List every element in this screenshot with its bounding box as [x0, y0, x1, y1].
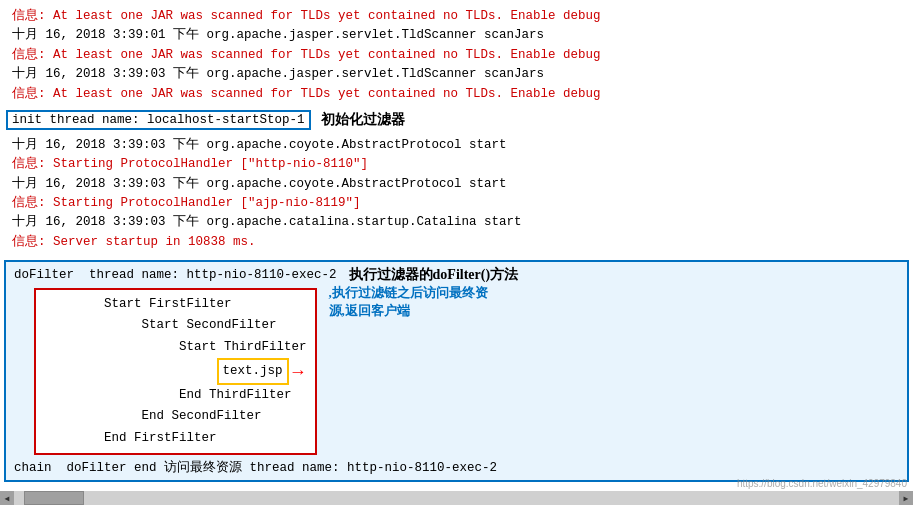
filter-start-2: Start SecondFilter	[44, 315, 307, 336]
after-init-line-6: 信息: Server startup in 10838 ms.	[12, 233, 901, 252]
text-jsp-row: text.jsp →	[44, 358, 307, 385]
filter-chain-container: Start FirstFilter Start SecondFilter Sta…	[14, 284, 317, 459]
log-line-1: 信息: At least one JAR was scanned for TLD…	[12, 7, 901, 26]
dofilter-header-text: doFilter thread name: http-nio-8110-exec…	[14, 268, 337, 282]
log-line-2: 十月 16, 2018 3:39:01 下午 org.apache.jasper…	[12, 26, 901, 45]
dofilter-header-row: doFilter thread name: http-nio-8110-exec…	[14, 266, 899, 284]
filter-chain-box: Start FirstFilter Start SecondFilter Sta…	[34, 288, 317, 455]
scrollbar-thumb[interactable]	[24, 491, 84, 505]
after-init-line-3: 十月 16, 2018 3:39:03 下午 org.apache.coyote…	[12, 175, 901, 194]
watermark: https://blog.csdn.net/weixin_42979840	[737, 478, 907, 489]
dofilter-annotation: 执行过滤器的doFilter()方法	[349, 266, 519, 284]
arrow-right-icon: →	[293, 363, 304, 381]
after-init-line-2: 信息: Starting ProtocolHandler ["http-nio-…	[12, 155, 901, 174]
dofilter-section: doFilter thread name: http-nio-8110-exec…	[4, 260, 909, 482]
filter-start-3: Start ThirdFilter	[44, 337, 307, 358]
log-line-4: 十月 16, 2018 3:39:03 下午 org.apache.jasper…	[12, 65, 901, 84]
log-area-after-init: 十月 16, 2018 3:39:03 下午 org.apache.coyote…	[6, 132, 907, 256]
filter-end-1: End ThirdFilter	[44, 385, 307, 406]
init-annotation: 初始化过滤器	[321, 111, 405, 129]
side-annotation-container: ,执行过滤链之后访问最终资源,返回客户端	[329, 284, 489, 320]
text-jsp-box: text.jsp	[217, 358, 289, 385]
log-area-top: 信息: At least one JAR was scanned for TLD…	[6, 3, 907, 108]
main-container: 信息: At least one JAR was scanned for TLD…	[0, 0, 913, 505]
scroll-left-btn[interactable]: ◀	[0, 491, 14, 505]
after-init-line-4: 信息: Starting ProtocolHandler ["ajp-nio-8…	[12, 194, 901, 213]
after-init-line-1: 十月 16, 2018 3:39:03 下午 org.apache.coyote…	[12, 136, 901, 155]
chain-end-line: chain doFilter end 访问最终资源 thread name: h…	[14, 459, 899, 476]
filter-end-3: End FirstFilter	[44, 428, 307, 449]
filter-end-2: End SecondFilter	[44, 406, 307, 427]
scrollbar[interactable]: ◀ ▶	[0, 491, 913, 505]
scrollbar-track[interactable]	[14, 491, 899, 505]
log-line-5: 信息: At least one JAR was scanned for TLD…	[12, 85, 901, 104]
init-box: init thread name: localhost-startStop-1	[6, 110, 311, 130]
filter-start-1: Start FirstFilter	[44, 294, 307, 315]
after-init-line-5: 十月 16, 2018 3:39:03 下午 org.apache.catali…	[12, 213, 901, 232]
scroll-right-btn[interactable]: ▶	[899, 491, 913, 505]
side-annotation-text: ,执行过滤链之后访问最终资源,返回客户端	[329, 284, 489, 320]
top-log-section: 信息: At least one JAR was scanned for TLD…	[0, 0, 913, 256]
init-line-row: init thread name: localhost-startStop-1 …	[6, 110, 907, 130]
log-line-3: 信息: At least one JAR was scanned for TLD…	[12, 46, 901, 65]
filter-body-row: Start FirstFilter Start SecondFilter Sta…	[14, 284, 899, 459]
